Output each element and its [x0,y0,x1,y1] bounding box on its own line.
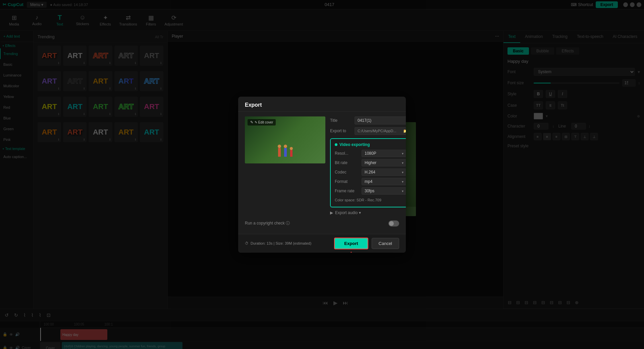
framerate-select[interactable]: 30fps 60fps 24fps [362,187,406,195]
video-exporting-title: Video exporting [335,142,406,147]
export-dialog-overlay: Export ✎ [0,0,644,349]
title-label: Title [330,118,352,123]
copyright-label: Run a copyright check ⓘ [245,220,290,226]
folder-icon: 📁 [403,129,406,133]
resolution-label: Resol... [335,151,362,156]
footer-info: ⏱ Duration: 13s | Size: 39M (estimated) [245,241,331,245]
export-button-dialog[interactable]: Export [334,238,368,249]
framerate-row: Frame rate 30fps 60fps 24fps [335,187,406,195]
export-footer: ⏱ Duration: 13s | Size: 39M (estimated) … [238,234,406,253]
format-select[interactable]: mp4 mov avi [362,178,406,185]
format-row: Format mp4 mov avi [335,178,406,185]
cancel-button-dialog[interactable]: Cancel [372,238,399,249]
export-preview: ✎ ✎ Edit cover [245,116,325,163]
copyright-row: Run a copyright check ⓘ [245,218,399,229]
codec-select[interactable]: H.264 H.265 [362,168,406,176]
codec-select-wrap: H.264 H.265 [362,168,406,176]
audio-expand-icon: ▶ [330,210,333,215]
bitrate-select[interactable]: Higher High Medium [362,159,406,166]
bitrate-label: Bit rate [335,160,362,165]
resolution-select[interactable]: 1080P 720P 4K [362,150,406,157]
edit-cover-button[interactable]: ✎ ✎ Edit cover [248,119,276,126]
export-dialog-header: Export [238,97,406,112]
video-dot [335,143,337,146]
export-to-label: Export to [330,129,352,133]
format-label: Format [335,179,362,184]
color-space-label: Color space: SDR - Rec.709 [335,197,406,203]
export-path-field[interactable]: C:/Users/MyPC/AppD... 📁 [355,127,406,135]
pencil-icon: ✎ [250,120,253,124]
title-input[interactable] [355,116,406,124]
export-top-section: ✎ ✎ Edit cover Title Export to C:/Users/… [245,116,399,218]
codec-label: Codec [335,170,362,174]
toggle-knob [389,221,394,226]
resolution-row: Resol... 1080P 720P 4K [335,150,406,157]
codec-row: Codec H.264 H.265 [335,168,406,176]
copyright-toggle[interactable] [388,220,399,227]
export-dialog-body: ✎ ✎ Edit cover Title Export to C:/Users/… [238,112,406,234]
format-select-wrap: mp4 mov avi [362,178,406,185]
export-fields: Title Export to C:/Users/MyPC/AppD... 📁 [330,116,406,218]
export-to-row: Export to C:/Users/MyPC/AppD... 📁 [330,127,406,135]
bitrate-row: Bit rate Higher High Medium [335,159,406,166]
clock-icon: ⏱ [245,241,249,245]
framerate-label: Frame rate [335,189,362,193]
video-exporting-section: Video exporting Resol... 1080P 720P 4K [330,138,406,207]
framerate-select-wrap: 30fps 60fps 24fps [362,187,406,195]
export-dialog: Export ✎ [238,97,406,253]
resolution-select-wrap: 1080P 720P 4K [362,150,406,157]
title-row: Title [330,116,406,124]
arrow-indicator: ↑ [350,250,353,253]
bitrate-select-wrap: Higher High Medium [362,159,406,166]
export-audio-section[interactable]: ▶ Export audio ▾ [330,207,406,218]
